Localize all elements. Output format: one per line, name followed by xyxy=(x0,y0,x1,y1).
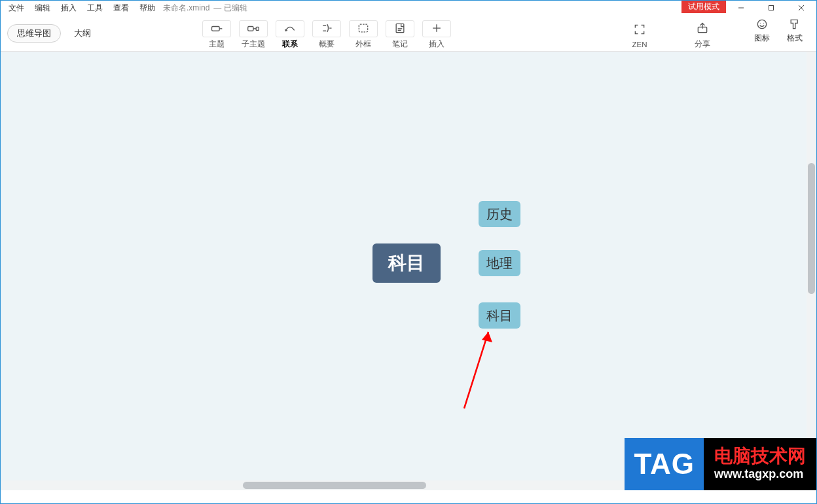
boundary-icon xyxy=(357,22,370,36)
tool-note[interactable]: 笔记 xyxy=(382,18,418,49)
node-child-1[interactable]: 地理 xyxy=(479,250,520,276)
svg-point-20 xyxy=(757,20,766,28)
tool-share-label: 分享 xyxy=(695,39,710,49)
tool-topic[interactable]: 主题 xyxy=(198,18,235,49)
menu-edit[interactable]: 编辑 xyxy=(29,1,56,15)
smiley-icon xyxy=(755,18,769,34)
tool-summary-label: 概要 xyxy=(319,39,335,49)
svg-point-21 xyxy=(760,22,761,23)
panel-icons-label: 图标 xyxy=(754,33,770,43)
node-connections xyxy=(1,52,197,150)
menu-insert[interactable]: 插入 xyxy=(56,1,82,15)
watermark-line1: 电脑技术网 xyxy=(714,446,806,467)
tool-relationship-label: 联系 xyxy=(282,39,298,49)
menu-tools[interactable]: 工具 xyxy=(82,1,108,15)
tool-note-label: 笔记 xyxy=(392,39,408,49)
format-brush-icon xyxy=(788,18,801,34)
vertical-scroll-thumb[interactable] xyxy=(808,163,815,294)
insert-icon xyxy=(430,22,443,36)
node-child-2[interactable]: 科目 xyxy=(479,302,520,329)
tab-mindmap[interactable]: 思维导图 xyxy=(7,24,61,43)
document-status: — 已编辑 xyxy=(213,3,247,14)
view-toggle: 思维导图 大纲 xyxy=(7,18,100,49)
tab-outline[interactable]: 大纲 xyxy=(65,25,100,42)
note-icon xyxy=(393,22,407,36)
svg-marker-24 xyxy=(482,332,492,342)
tool-insert[interactable]: 插入 xyxy=(418,18,455,49)
tool-subtopic[interactable]: 子主题 xyxy=(235,18,272,49)
node-child-0-label: 历史 xyxy=(486,206,513,223)
tool-topic-label: 主题 xyxy=(209,39,225,49)
vertical-scrollbar[interactable] xyxy=(807,52,816,490)
tool-boundary[interactable]: 外框 xyxy=(345,18,382,49)
panel-format[interactable]: 格式 xyxy=(780,18,810,43)
panel-icons[interactable]: 图标 xyxy=(747,18,777,43)
node-root[interactable]: 科目 xyxy=(372,243,441,283)
svg-rect-4 xyxy=(212,27,220,31)
node-child-1-label: 地理 xyxy=(486,255,513,272)
tool-zen-label: ZEN xyxy=(632,41,647,48)
svg-rect-1 xyxy=(769,6,774,10)
tool-insert-label: 插入 xyxy=(429,39,445,49)
document-name: 未命名.xmind xyxy=(163,3,209,14)
maximize-button[interactable] xyxy=(756,1,786,15)
svg-line-23 xyxy=(464,332,488,408)
svg-rect-13 xyxy=(396,24,404,32)
canvas-area[interactable]: 科目 历史 地理 科目 TAG 电脑技术网 www.tagxp.com xyxy=(1,52,816,490)
node-child-0[interactable]: 历史 xyxy=(479,201,520,227)
tool-boundary-label: 外框 xyxy=(355,39,371,49)
tool-summary[interactable]: 概要 xyxy=(308,18,345,49)
svg-point-22 xyxy=(763,22,764,23)
watermark-text: 电脑技术网 www.tagxp.com xyxy=(704,438,816,490)
watermark-tag: TAG xyxy=(625,438,704,490)
window-controls xyxy=(726,1,816,15)
svg-rect-8 xyxy=(256,27,259,30)
tool-zen[interactable]: ZEN xyxy=(621,18,658,49)
node-child-2-label: 科目 xyxy=(486,307,513,325)
svg-rect-12 xyxy=(359,24,367,32)
relationship-icon xyxy=(283,22,297,36)
toolbar: 思维导图 大纲 主题 子主题 联系 概要 xyxy=(1,15,816,52)
summary-icon xyxy=(320,22,333,36)
watermark: TAG 电脑技术网 www.tagxp.com xyxy=(625,438,816,490)
panel-format-label: 格式 xyxy=(787,33,803,43)
trial-mode-badge[interactable]: 试用模式 xyxy=(681,1,726,13)
tool-relationship[interactable]: 联系 xyxy=(272,18,308,49)
share-icon xyxy=(696,22,709,36)
tool-subtopic-label: 子主题 xyxy=(242,39,265,49)
zen-icon xyxy=(633,23,646,37)
subtopic-icon xyxy=(247,22,260,36)
minimize-button[interactable] xyxy=(726,1,756,15)
horizontal-scroll-thumb[interactable] xyxy=(243,482,426,489)
menu-view[interactable]: 查看 xyxy=(108,1,134,15)
node-root-label: 科目 xyxy=(388,251,425,276)
menu-help[interactable]: 帮助 xyxy=(134,1,160,15)
svg-rect-6 xyxy=(248,27,253,31)
close-button[interactable] xyxy=(786,1,816,15)
topic-icon xyxy=(210,22,223,36)
watermark-line2: www.tagxp.com xyxy=(714,467,806,482)
menu-file[interactable]: 文件 xyxy=(3,1,29,15)
tool-share[interactable]: 分享 xyxy=(684,18,721,49)
